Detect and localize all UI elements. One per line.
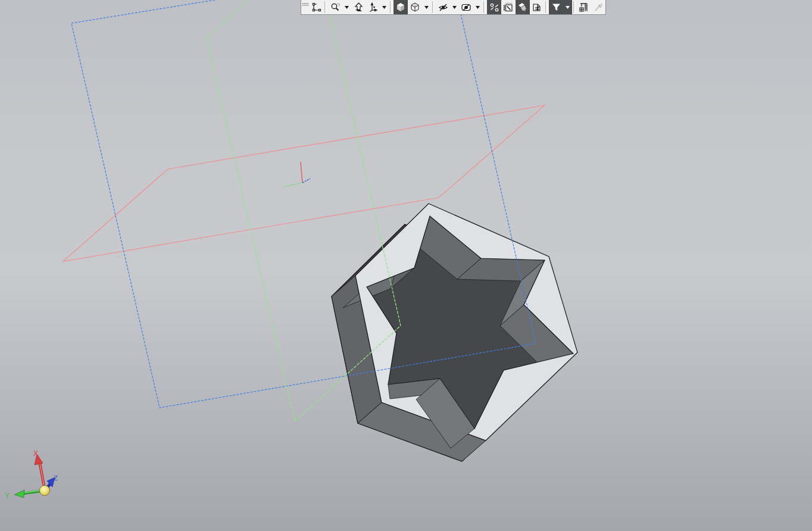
measure-button[interactable]: [577, 0, 591, 14]
hide-in-window-eye-icon: [461, 2, 471, 13]
shaded-display-button[interactable]: [393, 0, 408, 14]
measure-crane-icon: [579, 2, 589, 13]
zoom-area-icon: [330, 2, 341, 13]
zoom-area-dropdown[interactable]: [342, 0, 351, 14]
display-mode-cube-icon: [410, 2, 420, 13]
triad-y-label: Y: [5, 492, 10, 500]
orientation-axes-icon: [368, 2, 378, 13]
origin-axis-x: [301, 162, 302, 183]
orientation-button[interactable]: [366, 0, 380, 14]
origin-axis-z: [302, 179, 310, 183]
model-hex-star-part[interactable]: [332, 204, 577, 461]
hide-surfaces-icon: [517, 2, 528, 13]
filter-dropdown[interactable]: [563, 0, 572, 14]
orientation-dropdown[interactable]: [380, 0, 389, 14]
constraints-display-button[interactable]: [487, 0, 501, 14]
triad-origin-sphere: [40, 486, 50, 496]
sketch-dimensions-button[interactable]: [501, 0, 516, 14]
eyedropper-icon: [594, 2, 604, 13]
filter-funnel-icon: [551, 2, 561, 12]
sketch-button[interactable]: [309, 0, 323, 14]
view-toolbar: [301, 0, 606, 15]
sketch-icon: [311, 2, 321, 13]
hide-eye-icon: [438, 2, 448, 13]
filter-button-group: [549, 0, 572, 14]
toolbar-separator: [545, 1, 548, 13]
display-mode-button[interactable]: [408, 0, 422, 14]
filter-button[interactable]: [549, 0, 563, 14]
origin-marker[interactable]: [283, 162, 310, 187]
eyedropper-button: [591, 0, 605, 14]
zoom-area-button[interactable]: [328, 0, 342, 14]
hide-objects-dropdown[interactable]: [450, 0, 459, 14]
toolbar-separator: [483, 1, 486, 13]
hide-in-window-button[interactable]: [459, 0, 473, 14]
triad-x-label: X: [33, 449, 38, 458]
sketch-dimensions-icon: [503, 2, 514, 13]
display-mode-dropdown[interactable]: [422, 0, 431, 14]
triad-z-label: Z: [54, 474, 58, 482]
scene-canvas: X Y Z: [0, 0, 812, 531]
constraints-icon: [489, 2, 499, 13]
shaded-cube-icon: [395, 2, 406, 13]
normal-to-button[interactable]: [351, 0, 366, 14]
hide-objects-button[interactable]: [436, 0, 450, 14]
toolbar-grip-handle[interactable]: [301, 0, 309, 14]
origin-axis-y: [283, 183, 302, 187]
3d-viewport[interactable]: X Y Z: [0, 0, 812, 531]
toolbar-separator: [390, 1, 392, 13]
toolbar-separator: [573, 1, 576, 13]
hide-construction-icon: [532, 2, 542, 13]
hide-surfaces-button[interactable]: [516, 0, 530, 14]
hide-construction-button[interactable]: [530, 0, 544, 14]
orientation-triad[interactable]: X Y Z: [5, 449, 58, 500]
triad-y-arrowhead: [14, 490, 24, 498]
hide-in-window-dropdown[interactable]: [473, 0, 482, 14]
toolbar-separator: [324, 1, 327, 13]
toolbar-separator: [432, 1, 435, 13]
normal-to-icon: [354, 2, 364, 13]
